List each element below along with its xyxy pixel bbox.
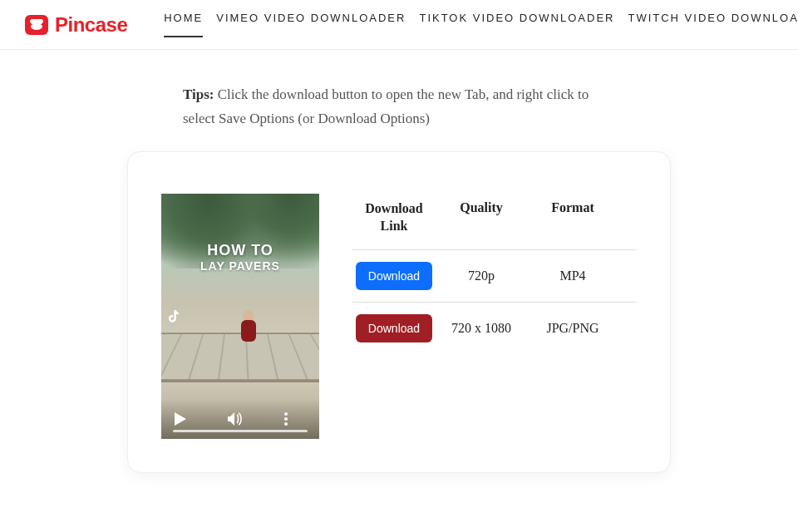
svg-point-2	[284, 417, 288, 421]
brand-name: Pincase	[55, 13, 127, 37]
cell-format: MP4	[527, 268, 618, 283]
table-row: Download 720p MP4	[352, 249, 637, 302]
header: Pincase HOME VIMEO VIDEO DOWNLOADER TIKT…	[0, 0, 798, 50]
result-card: HOW TO LAY PAVERS Download Link Quality …	[127, 151, 671, 473]
play-icon[interactable]	[175, 412, 186, 426]
main-nav: HOME VIMEO VIDEO DOWNLOADER TIKTOK VIDEO…	[164, 12, 798, 37]
tips-text: Tips: Click the download button to open …	[166, 83, 632, 131]
download-button[interactable]: Download	[356, 314, 432, 342]
th-link: Download Link	[352, 200, 436, 235]
nav-home[interactable]: HOME	[164, 12, 203, 37]
video-bg-figure	[234, 310, 264, 352]
svg-point-3	[284, 422, 288, 426]
cell-quality: 720p	[436, 268, 527, 283]
nav-twitch[interactable]: TWITCH VIDEO DOWNLOADER	[628, 12, 798, 37]
nav-vimeo[interactable]: VIMEO VIDEO DOWNLOADER	[216, 12, 406, 37]
svg-point-0	[31, 23, 42, 30]
overlay-line1: HOW TO	[161, 242, 319, 259]
tips-body: Click the download button to open the ne…	[183, 86, 589, 126]
video-controls	[161, 399, 319, 439]
cell-quality: 720 x 1080	[436, 321, 527, 336]
download-button[interactable]: Download	[356, 262, 432, 290]
tips-label: Tips:	[183, 86, 214, 102]
brand-logo[interactable]: Pincase	[25, 13, 127, 37]
overlay-line2: LAY PAVERS	[161, 259, 319, 273]
video-overlay-text: HOW TO LAY PAVERS	[161, 242, 319, 273]
volume-icon[interactable]	[228, 412, 243, 426]
video-preview[interactable]: HOW TO LAY PAVERS	[161, 194, 319, 439]
more-icon[interactable]	[284, 412, 288, 426]
download-table: Download Link Quality Format Download 72…	[352, 194, 637, 355]
th-quality: Quality	[436, 200, 527, 235]
tiktok-icon	[168, 310, 180, 326]
cell-format: JPG/PNG	[527, 321, 618, 336]
video-progress[interactable]	[173, 430, 308, 432]
svg-point-1	[284, 412, 288, 416]
table-header: Download Link Quality Format	[352, 194, 637, 250]
brand-icon	[25, 15, 48, 35]
nav-tiktok[interactable]: TIKTOK VIDEO DOWNLOADER	[419, 12, 614, 37]
th-format: Format	[527, 200, 618, 235]
table-row: Download 720 x 1080 JPG/PNG	[352, 302, 637, 354]
